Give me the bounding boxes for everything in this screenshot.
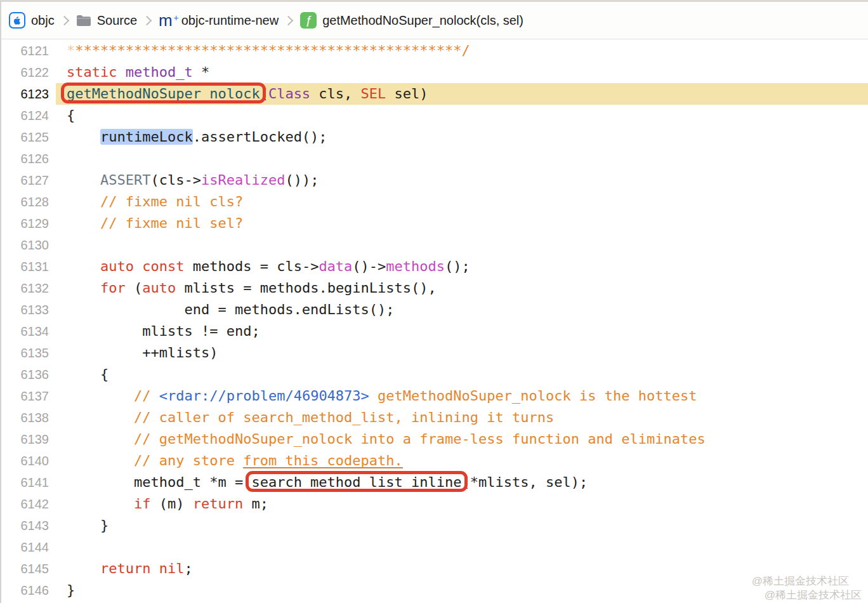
line-number[interactable]: 6144: [0, 536, 49, 558]
code-line[interactable]: 6123getMethodNoSuper_nolock(Class cls, S…: [0, 83, 868, 105]
line-number[interactable]: 6132: [0, 277, 49, 299]
code-token: sel): [386, 86, 428, 102]
line-number[interactable]: 6128: [0, 191, 49, 213]
code-line[interactable]: 6133 end = methods.endLists();: [0, 299, 868, 321]
breadcrumb-project[interactable]: objc: [9, 12, 55, 29]
code-token: methods = cls->: [184, 258, 319, 274]
code-token: }: [67, 517, 109, 533]
code-token: {: [67, 366, 109, 382]
code-token: cls,: [310, 86, 360, 102]
code-line[interactable]: 6128 // fixme nil cls?: [0, 191, 868, 213]
code-line[interactable]: 6129 // fixme nil sel?: [0, 213, 868, 234]
code-token: ;: [184, 560, 192, 576]
breadcrumb-symbol[interactable]: ƒ getMethodNoSuper_nolock(cls, sel): [300, 12, 523, 29]
code-token: (: [126, 280, 143, 296]
line-number[interactable]: 6135: [0, 342, 49, 364]
code-line[interactable]: 6121************************************…: [0, 40, 868, 62]
code-line[interactable]: 6132 for (auto mlists = methods.beginLis…: [0, 277, 868, 299]
code-line[interactable]: 6126: [0, 148, 868, 169]
code-editor[interactable]: 6121************************************…: [0, 40, 868, 603]
annotation-box: getMethodNoSuper_nolock: [67, 86, 260, 102]
code-line[interactable]: 6122static method_t *: [0, 62, 868, 83]
code-token: auto: [100, 258, 134, 274]
code-token: [67, 280, 100, 296]
line-number[interactable]: 6141: [0, 472, 49, 493]
code-token: [67, 172, 100, 188]
code-line-content: // getMethodNoSuper_nolock into a frame-…: [0, 428, 706, 450]
code-token: SEL: [361, 86, 386, 102]
code-line[interactable]: 6135 ++mlists): [0, 342, 868, 364]
code-line[interactable]: 6130: [0, 234, 868, 256]
code-token: // getMethodNoSuper_nolock into a frame-…: [134, 431, 706, 447]
line-number[interactable]: 6130: [0, 234, 49, 256]
code-token: ****************************************…: [75, 43, 470, 58]
code-line[interactable]: 6142 if (m) return m;: [0, 493, 868, 515]
code-token: {: [67, 107, 75, 123]
line-number[interactable]: 6127: [0, 169, 49, 191]
code-token: auto: [142, 280, 176, 296]
code-line[interactable]: 6134 mlists != end;: [0, 321, 868, 342]
line-number[interactable]: 6139: [0, 428, 49, 450]
code-line[interactable]: 6144: [0, 536, 868, 558]
breadcrumb-symbol-label: getMethodNoSuper_nolock(cls, sel): [322, 13, 523, 28]
code-token: [117, 64, 125, 80]
line-number[interactable]: 6121: [0, 40, 49, 62]
watermark-line: @稀土掘金技术社区: [752, 588, 862, 602]
jump-bar: objc Source m + objc-runtime-new ƒ getMe…: [0, 2, 868, 39]
code-token: method_t: [126, 64, 193, 80]
line-number[interactable]: 6140: [0, 450, 49, 472]
watermark: @稀土掘金技术社区 @稀土掘金技术社区: [752, 574, 862, 602]
code-token: ASSERT: [100, 172, 150, 188]
code-token: [67, 388, 134, 404]
breadcrumb-project-label: objc: [31, 13, 55, 28]
code-token: [67, 496, 134, 512]
line-number[interactable]: 6124: [0, 105, 49, 126]
code-line[interactable]: 6127 ASSERT(cls->isRealized());: [0, 169, 868, 191]
objcpp-file-icon-plus: +: [174, 10, 179, 26]
code-token: m;: [243, 496, 268, 512]
line-number[interactable]: 6142: [0, 493, 49, 515]
code-token: [67, 431, 134, 447]
code-token: ();: [445, 258, 470, 274]
code-line[interactable]: 6146}: [0, 580, 868, 601]
line-number[interactable]: 6137: [0, 385, 49, 407]
line-number[interactable]: 6143: [0, 515, 49, 536]
code-token: static: [67, 64, 117, 80]
code-line[interactable]: 6131 auto const methods = cls->data()->m…: [0, 256, 868, 277]
code-token: ++mlists): [67, 345, 218, 361]
breadcrumb-folder[interactable]: Source: [76, 13, 137, 28]
code-token: // fixme nil cls?: [100, 194, 243, 209]
code-line[interactable]: 6145 return nil;: [0, 558, 868, 580]
line-number[interactable]: 6133: [0, 299, 49, 321]
code-line[interactable]: 6141 method_t *m = search_method_list_in…: [0, 472, 868, 493]
code-line[interactable]: 6136 {: [0, 364, 868, 385]
code-line-content: runtimeLock.assertLocked();: [0, 126, 327, 148]
annotation-box: search_method_list_inline: [251, 474, 461, 490]
code-token: for: [100, 280, 126, 296]
chevron-right-icon: [284, 15, 294, 25]
line-number[interactable]: 6126: [0, 148, 49, 169]
code-line[interactable]: 6124{: [0, 105, 868, 126]
code-line[interactable]: 6139 // getMethodNoSuper_nolock into a f…: [0, 428, 868, 450]
line-number[interactable]: 6129: [0, 213, 49, 234]
line-number[interactable]: 6134: [0, 321, 49, 342]
code-line[interactable]: 6140 // any store from this codepath.: [0, 450, 868, 472]
code-token: <rdar://problem/46904873>: [159, 388, 369, 404]
code-token: [150, 560, 159, 576]
breadcrumb-file[interactable]: m + objc-runtime-new: [159, 12, 279, 29]
code-line[interactable]: 6125 runtimeLock.assertLocked();: [0, 126, 868, 148]
code-token: // fixme nil sel?: [100, 215, 243, 231]
line-number[interactable]: 6138: [0, 407, 49, 428]
line-number[interactable]: 6123: [0, 83, 49, 105]
line-number[interactable]: 6125: [0, 126, 49, 148]
line-number[interactable]: 6122: [0, 62, 49, 83]
line-number[interactable]: 6146: [0, 580, 49, 601]
code-token: }: [67, 582, 75, 598]
line-number[interactable]: 6131: [0, 256, 49, 277]
code-line[interactable]: 6137 // <rdar://problem/46904873> getMet…: [0, 385, 868, 407]
code-line[interactable]: 6143 }: [0, 515, 868, 536]
line-number[interactable]: 6136: [0, 364, 49, 385]
code-token: (: [260, 86, 268, 102]
line-number[interactable]: 6145: [0, 558, 49, 580]
code-line[interactable]: 6138 // caller of search_method_list, in…: [0, 407, 868, 428]
